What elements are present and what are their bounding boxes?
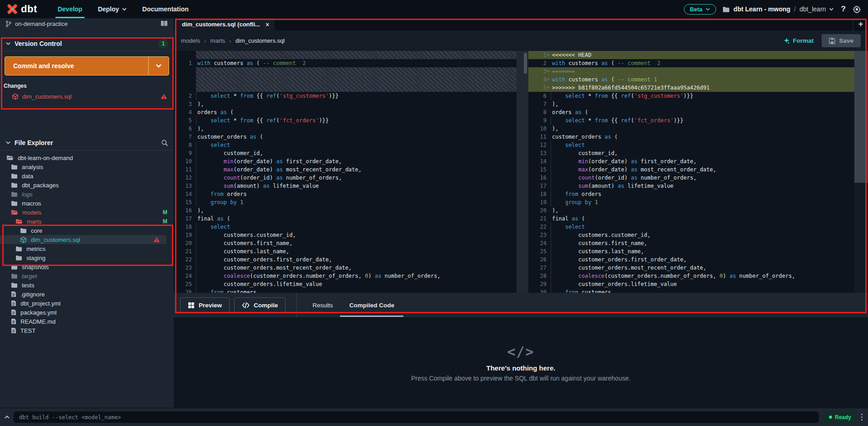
tree-item-dbt-project-yml[interactable]: dbt_project.yml [0,299,174,308]
folder-icon [11,273,18,279]
tree-item-data[interactable]: data [0,171,174,180]
editor-tab-bar: dim_customers.sql (confli... × + [174,18,868,30]
scrollbar-thumb[interactable] [854,51,868,183]
code-line: 16), [174,206,517,215]
code-line: 17 sum(amount) as lifetime_value [528,182,868,190]
tree-item-dbt-packages[interactable]: dbt_packages [0,180,174,190]
save-button[interactable]: Save [822,34,861,47]
tree-item-core[interactable]: core [0,226,174,235]
status-badge: Ready [824,412,856,423]
format-button[interactable]: Format [783,37,814,44]
code-line: 3+======= [528,67,868,75]
version-control-header[interactable]: Version Control 1 [0,36,174,51]
scrollbar-thumb[interactable] [524,53,527,74]
code-pane-incoming[interactable]: 1+<<<<<<< HEAD2with customers as ( -- co… [528,51,868,293]
status-dot [829,416,832,419]
tree-item-macros[interactable]: macros [0,199,174,208]
nav-deploy[interactable]: Deploy [90,0,135,18]
tree-item-analysis[interactable]: analysis [0,162,174,171]
tab-results[interactable]: Results [307,293,338,317]
tree-item-snapshots[interactable]: snapshots [0,262,174,271]
code-line: 28 coalesce(customer_orders.number_of_or… [528,272,868,280]
code-line: 3), [174,100,517,108]
tree-item-dbt-learn-on-demand[interactable]: dbt-learn-on-demand [0,153,174,162]
commit-and-resolve-button[interactable]: Commit and resolve [5,56,169,75]
tree-item--gitignore[interactable]: .gitignore [0,290,174,299]
top-header: dbt Develop Deploy Documentation Beta db… [0,0,868,18]
close-icon[interactable]: × [266,21,269,28]
code-pane-current[interactable]: 1with customers as ( -- comment 22 selec… [174,51,517,293]
code-line: 30 from customers [528,288,868,293]
code-line: 2 select * from {{ ref('stg_customers')}… [174,92,517,100]
gear-icon[interactable] [853,5,861,13]
tree-item-test[interactable]: TEST [0,326,174,335]
code-line: 9 customer_id, [174,149,517,157]
tree-item-marts[interactable]: martsM [0,217,174,226]
tree-item-dim-customers-sql[interactable]: dim_customers.sql [0,235,166,244]
chevron-down-icon [829,7,834,12]
code-line: 5+>>>>>>> b81f802a66fd544504c65721e3ffaa… [528,84,868,92]
scrollbar-track[interactable] [854,51,868,293]
tree-item-metrics[interactable]: metrics [0,244,174,253]
kebab-menu-icon[interactable] [860,414,868,421]
commit-options-dropdown[interactable] [148,57,169,75]
branch-name: on-demand-practice [15,20,68,27]
code-line: 12 select [528,141,868,149]
diff-editor: 1with customers as ( -- comment 22 selec… [174,51,868,293]
search-icon[interactable] [161,139,168,146]
new-tab-button[interactable]: + [853,18,868,30]
pane-divider[interactable] [517,51,528,293]
compile-button[interactable]: Compile [234,297,286,313]
code-line: 6), [174,125,517,133]
top-nav: Develop Deploy Documentation [50,0,196,18]
results-panel: </> There's nothing here. Press Compile … [174,317,868,408]
model-cube-icon [20,236,27,243]
folder-icon [15,246,22,251]
tree-item-staging[interactable]: staging [0,253,174,262]
breadcrumb: models › marts › dim_customers.sql [181,37,285,45]
tree-item-models[interactable]: modelsM [0,208,174,217]
tree-item-tests[interactable]: tests [0,281,174,290]
code-line: 1+<<<<<<< HEAD [528,51,868,59]
code-line: 7customer_orders as ( [174,133,517,141]
breadcrumb-models[interactable]: models [181,37,200,44]
folder-open-icon [15,219,23,224]
nav-develop[interactable]: Develop [50,0,90,18]
code-line: 4orders as ( [174,108,517,116]
breadcrumb-separator: › [229,37,231,45]
nav-documentation[interactable]: Documentation [135,0,196,18]
tree-item-logs[interactable]: logs [0,190,174,199]
preview-button[interactable]: Preview [180,297,230,313]
git-branch-row[interactable]: on-demand-practice [0,18,174,29]
code-line: 26 customer_orders.first_order_date, [528,256,868,264]
breadcrumb-marts[interactable]: marts [211,37,226,44]
dbt-logo[interactable]: dbt [0,3,42,15]
code-line: 6 select * from {{ ref('stg_customers')}… [528,92,868,100]
file-explorer-header[interactable]: File Explorer [0,135,174,150]
file-explorer-title: File Explorer [15,139,53,146]
code-line: 13 sum(amount) as lifetime_value [174,182,517,190]
tree-item-target[interactable]: target [0,271,174,281]
beta-dropdown[interactable]: Beta [684,4,716,15]
path-separator: / [794,5,796,13]
tree-item-packages-yml[interactable]: packages.yml [0,308,174,317]
environment-selector[interactable]: dbt_learn [799,5,833,13]
tab-dim-customers[interactable]: dim_customers.sql (confli... × [174,18,275,30]
project-name[interactable]: dbt Learn - mwong [733,5,790,13]
code-icon [242,302,250,308]
chevron-down-icon [5,140,11,145]
code-line: 18 select [174,223,517,231]
command-input[interactable] [14,411,819,423]
docs-book-icon[interactable] [160,20,168,27]
diff-spacer-row [174,67,517,75]
code-line: 19 customers.customer_id, [174,231,517,239]
project-switcher: dbt Learn - mwong / dbt_learn [722,5,834,13]
help-icon[interactable]: ? [840,5,847,14]
code-line: 16 count(order_id) as number_of_orders, [528,174,868,182]
changes-list: dim_customers.sql [0,91,174,102]
tree-item-readme-md[interactable]: README.md [0,317,174,326]
changed-file-row[interactable]: dim_customers.sql [0,91,174,102]
chevron-up-icon[interactable] [0,414,14,420]
modified-badge: M [163,218,167,225]
tab-compiled-code[interactable]: Compiled Code [344,293,400,317]
